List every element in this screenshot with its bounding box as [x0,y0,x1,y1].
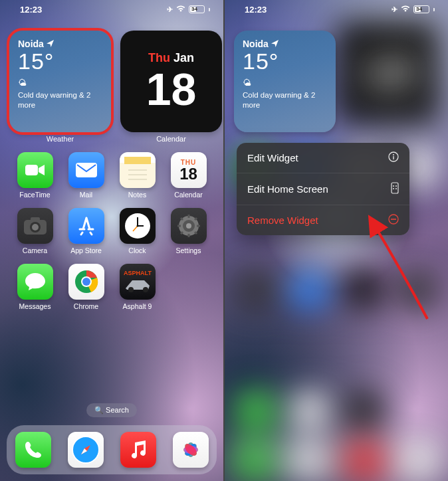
svg-line-24 [181,232,183,234]
weather-condition-icon: 🌤 [18,78,104,88]
search-pill[interactable]: 🔍 Search [86,403,137,417]
dock-phone[interactable] [15,432,51,468]
svg-text:ASPHALT: ASPHALT [124,270,152,276]
battery-icon: 34 [413,5,429,13]
weather-widget[interactable]: Noida 15° 🌤 Cold day warning & 2 more [9,31,111,132]
wifi-icon [176,5,185,13]
screenshot-left: 12:23 ✈︎ 34 Noida 15° 🌤 [0,0,223,481]
svg-point-46 [393,185,394,187]
ctx-edit-widget[interactable]: Edit Widget [237,143,409,173]
dock-safari[interactable] [68,432,104,468]
clock-icon [120,208,156,244]
remove-icon [388,214,399,227]
app-clock[interactable]: Clock [114,208,161,254]
screenshot-right: 18 12:23 ✈︎ 34 Noida [225,0,448,481]
app-notes[interactable]: Notes [114,152,161,199]
settings-icon [171,208,207,244]
svg-point-43 [393,154,394,155]
dock-music[interactable] [120,432,156,468]
weather-temp: 15° [18,49,104,74]
calendar-widget[interactable]: Thu Jan 18 [120,31,222,132]
svg-point-30 [128,287,134,292]
svg-rect-1 [76,163,97,177]
svg-point-48 [393,188,394,189]
airplane-mode-icon: ✈︎ [167,5,173,14]
calendar-day: Thu Jan [148,51,194,65]
svg-point-28 [82,278,90,286]
svg-rect-45 [392,183,398,193]
notes-icon [120,152,156,188]
dock-photos[interactable] [173,432,209,468]
svg-line-25 [195,218,197,220]
weather-condition-icon: 🌤 [243,78,329,88]
info-icon [388,151,399,164]
svg-point-49 [395,188,397,189]
weather-widget[interactable]: Noida 15° 🌤 Cold day warning & 2 more [234,31,336,132]
app-mail[interactable]: Mail [63,152,110,199]
status-time: 12:23 [20,5,42,15]
calendar-date: 18 [146,66,197,112]
ctx-remove-widget[interactable]: Remove Widget [237,205,409,235]
svg-point-17 [186,223,191,229]
dock [7,425,217,474]
status-bar: 12:23 ✈︎ 34 [0,0,223,19]
search-icon: 🔍 [94,406,104,414]
app-appstore[interactable]: App Store [63,208,110,254]
app-asphalt9[interactable]: ASPHALT Asphalt 9 [114,264,161,310]
weather-widget-label: Weather [9,135,111,143]
svg-point-47 [395,185,397,187]
svg-point-14 [136,225,138,227]
app-messages[interactable]: Messages [12,264,58,310]
status-icons: ✈︎ 34 [392,5,435,14]
camera-icon [17,208,53,244]
svg-line-23 [195,232,197,234]
weather-location: Noida [18,39,44,49]
mail-icon [68,152,104,188]
weather-warning: Cold day warning & 2 more [243,90,329,110]
facetime-icon [17,152,53,188]
weather-warning: Cold day warning & 2 more [18,90,104,110]
calendar-widget-label: Calendar [120,135,222,143]
status-bar: 12:23 ✈︎ 34 [225,0,448,19]
app-facetime[interactable]: FaceTime [12,152,58,199]
status-time: 12:23 [245,5,267,15]
chrome-icon [68,264,104,300]
svg-rect-7 [31,217,40,221]
home-screen-icon [391,182,399,196]
asphalt-icon: ASPHALT [120,264,156,300]
weather-location: Noida [243,39,269,49]
app-calendar[interactable]: THU 18 Calendar [166,152,212,199]
location-arrow-icon [271,39,279,49]
messages-icon [17,264,53,300]
appstore-icon [68,208,104,244]
airplane-mode-icon: ✈︎ [392,5,397,14]
wifi-icon [401,5,410,13]
app-settings[interactable]: Settings [166,208,212,254]
ctx-edit-home[interactable]: Edit Home Screen [237,173,409,205]
calendar-icon: THU 18 [171,152,207,188]
app-camera[interactable]: Camera [12,208,58,254]
weather-temp: 15° [243,49,329,74]
app-chrome[interactable]: Chrome [63,264,110,310]
svg-rect-44 [393,156,393,159]
context-menu: Edit Widget Edit Home Screen Remove Widg… [237,143,409,235]
location-arrow-icon [47,39,54,49]
svg-line-22 [181,218,183,220]
svg-point-31 [143,287,148,292]
svg-rect-2 [124,157,151,164]
svg-rect-0 [25,165,38,175]
svg-point-9 [32,224,39,231]
app-grid: FaceTime Mail Notes THU 18 Calendar [0,143,223,310]
status-icons: ✈︎ 34 [167,5,210,14]
battery-icon: 34 [189,5,205,13]
